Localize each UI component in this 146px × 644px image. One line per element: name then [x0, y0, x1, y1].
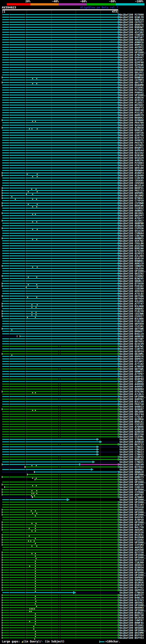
alignment-row[interactable]: UniRef100_A7NZS8 [0, 54, 146, 56]
hit-bar[interactable] [2, 147, 118, 148]
alignment-row[interactable]: UniRef100_C5WZZ8 [0, 34, 146, 36]
alignment-row[interactable]: UniRef100_Q68H94 [0, 388, 146, 390]
alignment-row[interactable]: UniRef100_Q6VQ13 [0, 564, 146, 566]
hit-bar[interactable] [2, 298, 118, 299]
hit-bar[interactable] [2, 200, 118, 201]
alignment-row[interactable]: UniRef100_B4N1J9 [0, 596, 146, 599]
alignment-row[interactable]: UniRef100_A4H9X8 [0, 383, 146, 386]
hit-label[interactable]: UniRef100_Q876C1 [120, 478, 146, 481]
alignment-row[interactable]: UniRef100_C0S685 [0, 179, 146, 182]
hit-label[interactable]: UniRef100_Q207Z7 [120, 524, 146, 526]
hit-label[interactable]: UniRef100_A7RN38 [120, 365, 146, 368]
alignment-row[interactable]: UniRef100_Q76KG1 [0, 197, 146, 200]
alignment-row[interactable]: UniRef100_A1CRC7 [0, 220, 146, 222]
alignment-row[interactable]: UniRef100_Q876C1 [0, 478, 146, 481]
hit-bar[interactable] [2, 374, 118, 374]
hit-label[interactable]: UniRef100_Q29H34 [120, 566, 146, 569]
hit-bar[interactable] [2, 203, 118, 204]
hit-label[interactable]: UniRef100_P40941 [120, 92, 146, 94]
hit-label[interactable]: UniRef100_Q4DD13 [120, 406, 146, 408]
alignment-row[interactable]: UniRef100_B4IDU0 [0, 536, 146, 539]
alignment-row[interactable]: UniRef100_Q0DJC0 [0, 18, 146, 21]
hit-label[interactable]: UniRef100_Q59IV1 [120, 99, 146, 102]
hit-label[interactable]: UniRef100_Q9I9M9 [120, 632, 146, 634]
hit-bar[interactable] [2, 80, 118, 80]
hit-bar[interactable] [2, 90, 118, 90]
hit-bar[interactable] [2, 17, 118, 18]
hit-bar[interactable] [2, 135, 118, 136]
hit-bar[interactable] [2, 105, 118, 106]
hit-label[interactable]: UniRef100_Q5K7W2 [120, 240, 146, 242]
alignment-row[interactable]: UniRef100_A9V2U4 [0, 290, 146, 292]
hit-label[interactable]: UniRef100_B9GFF3 [120, 106, 146, 109]
hit-label[interactable]: UniRef100_C4QIJ4 [120, 486, 146, 488]
hit-bar[interactable] [2, 303, 118, 304]
alignment-row[interactable]: UniRef100_B4L7Y0 [0, 526, 146, 529]
alignment-row[interactable]: UniRef100_P04710 [0, 403, 146, 406]
hit-label[interactable]: UniRef100_C1BJH9 [120, 561, 146, 564]
alignment-row[interactable]: UniRef100_Q6BPN0 [0, 222, 146, 224]
hit-label[interactable]: UniRef100_UPI000.. [120, 629, 146, 632]
alignment-row[interactable]: UniRef100_Q9P875 [0, 358, 146, 360]
alignment-row[interactable]: UniRef100_Q5KSP4 [0, 584, 146, 586]
hit-bar[interactable] [2, 280, 118, 282]
hit-label[interactable]: UniRef100_B4IDU0 [120, 536, 146, 539]
alignment-row[interactable]: UniRef100_C4XY26 [0, 132, 146, 134]
alignment-row[interactable]: UniRef100_A6RBE5 [0, 237, 146, 240]
alignment-row[interactable]: UniRef100_P40941 [0, 92, 146, 94]
hit-label[interactable]: UniRef100_Q6VQ13 [120, 564, 146, 566]
hit-label[interactable]: UniRef100_A7SLQ2 [120, 292, 146, 295]
alignment-row[interactable]: UniRef100_Q5ZMJ6 [0, 582, 146, 584]
alignment-row[interactable]: UniRef100_C7YPS9 [0, 200, 146, 202]
alignment-row[interactable]: UniRef100_Q2XPZ3 [0, 252, 146, 255]
hit-label[interactable]: UniRef100_P25083 [120, 162, 146, 164]
hit-label[interactable]: UniRef100_Q0URL3 [120, 280, 146, 282]
alignment-row[interactable]: UniRef100_A5BG56 [0, 96, 146, 99]
hit-label[interactable]: UniRef100_B9RIA7 [120, 129, 146, 132]
hit-label[interactable]: UniRef100_C6T977 [120, 21, 146, 24]
hit-label[interactable]: UniRef100_O45865 [120, 508, 146, 511]
alignment-row[interactable]: UniRef100_Q4SFK5 [0, 516, 146, 518]
hit-label[interactable]: UniRef100_C5E0I7 [120, 315, 146, 318]
hit-label[interactable]: UniRef100_A4R2F6 [120, 159, 146, 162]
alignment-row[interactable]: UniRef100_A9SDW7 [0, 49, 146, 51]
hit-label[interactable]: UniRef100_B2B1H6 [120, 154, 146, 157]
alignment-row[interactable]: UniRef100_B4JK91 [0, 534, 146, 536]
hit-label[interactable]: UniRef100_UPI000.. [120, 571, 146, 574]
hit-label[interactable]: UniRef100_C6TMP3 [120, 79, 146, 81]
hit-bar[interactable] [25, 466, 118, 468]
hit-label[interactable]: UniRef100_A6RNS7 [120, 210, 146, 212]
hit-label[interactable]: UniRef100_P49382 [120, 285, 146, 288]
hit-bar[interactable] [2, 60, 118, 60]
hit-label[interactable]: UniRef100_B4G119 [120, 332, 146, 335]
alignment-row[interactable]: UniRef100_A7T182 [0, 363, 146, 365]
hit-label[interactable]: UniRef100_B9RIA6 [120, 247, 146, 250]
hit-bar[interactable] [2, 67, 118, 68]
alignment-row[interactable]: UniRef100_B9MYG1 [0, 44, 146, 46]
hit-label[interactable]: UniRef100_B5DGZ1 [120, 612, 146, 614]
alignment-row[interactable]: UniRef100_C0NUF9 [0, 265, 146, 267]
alignment-row[interactable]: UniRef100_UPI000.. [0, 396, 146, 398]
alignment-row[interactable]: UniRef100_B6JZL0 [0, 184, 146, 187]
hit-label[interactable]: UniRef100_Q9AVT6 [120, 24, 146, 26]
alignment-row[interactable]: UniRef100_B2W2V5 [0, 277, 146, 280]
hit-label[interactable]: UniRef100_C7GL67 [120, 416, 146, 418]
hit-bar[interactable] [2, 150, 118, 151]
alignment-row[interactable]: UniRef100_A5DQZ9 [0, 224, 146, 227]
alignment-row[interactable]: UniRef100_Q8J0M2 [0, 194, 146, 197]
hit-label[interactable]: UniRef100_Q4SFK5 [120, 516, 146, 518]
hit-label[interactable]: UniRef100_Q5A516 [120, 257, 146, 260]
hit-label[interactable]: UniRef100_Q2XTC3 [120, 136, 146, 139]
hit-label[interactable]: UniRef100_Q8NK57 [120, 370, 146, 373]
hit-bar[interactable] [2, 92, 118, 93]
hit-bar[interactable] [34, 472, 118, 472]
alignment-row[interactable]: UniRef100_B0XP31 [0, 187, 146, 190]
hit-label[interactable]: UniRef100_B3LLV0 [120, 400, 146, 403]
alignment-row[interactable]: UniRef100_Q8LB08 [0, 410, 146, 413]
hit-label[interactable]: UniRef100_B8NRS8 [120, 76, 146, 79]
hit-label[interactable]: UniRef100_C0LEE6 [120, 267, 146, 270]
alignment-row[interactable]: UniRef100_Q9I9M9 [0, 632, 146, 634]
alignment-row[interactable]: UniRef100_Q9LF44 [0, 413, 146, 416]
hit-bar[interactable] [2, 102, 118, 103]
alignment-row[interactable]: UniRef100_B8AHM8 [0, 84, 146, 86]
